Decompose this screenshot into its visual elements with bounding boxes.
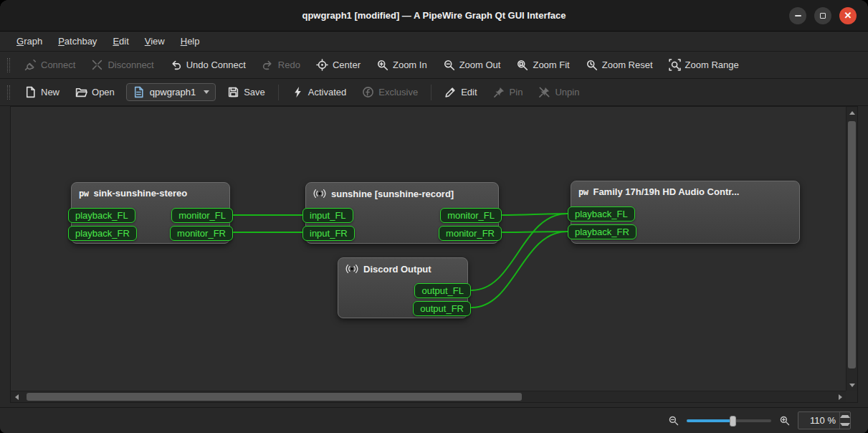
spin-down-icon bbox=[840, 423, 850, 426]
arrow-right-icon bbox=[839, 394, 842, 400]
undo-icon bbox=[170, 59, 182, 71]
zoom-value[interactable]: 110 % bbox=[798, 412, 839, 429]
exclusive-toggle[interactable]: Exclusive bbox=[355, 82, 425, 102]
arrow-down-icon bbox=[849, 384, 855, 387]
window-title: qpwgraph1 [modified] — A PipeWire Graph … bbox=[0, 10, 868, 21]
new-document-icon bbox=[24, 86, 37, 98]
zoom-range-button[interactable]: Zoom Range bbox=[662, 55, 746, 75]
node-title: sink-sunshine-stereo bbox=[93, 188, 187, 199]
node-sink-sunshine-stereo[interactable]: pw sink-sunshine-stereo playback_FL moni… bbox=[71, 182, 230, 244]
node-sunshine[interactable]: sunshine [sunshine-record] input_FL moni… bbox=[305, 182, 499, 244]
undo-connect-button[interactable]: Undo Connect bbox=[163, 55, 253, 75]
pipewire-icon: pw bbox=[578, 187, 588, 197]
toolbar-main: Connect Disconnect Undo Connect Redo bbox=[0, 52, 868, 79]
redo-icon bbox=[262, 59, 274, 71]
vertical-scrollbar[interactable] bbox=[846, 107, 857, 391]
zoom-spinbox[interactable]: 110 % bbox=[798, 411, 851, 429]
port-monitor-fl[interactable]: monitor_FL bbox=[171, 208, 233, 223]
vertical-scroll-thumb[interactable] bbox=[848, 121, 856, 369]
menu-view[interactable]: View bbox=[137, 32, 173, 51]
zoom-in-button[interactable]: Zoom In bbox=[369, 55, 434, 75]
port-output-fl[interactable]: output_FL bbox=[414, 283, 471, 298]
statusbar: 110 % bbox=[0, 407, 868, 433]
window-controls: ✕ bbox=[789, 7, 868, 24]
zoom-slider[interactable] bbox=[687, 415, 771, 427]
app-window: qpwgraph1 [modified] — A PipeWire Graph … bbox=[0, 0, 868, 433]
zoom-spin-up-button[interactable] bbox=[840, 412, 850, 421]
maximize-icon bbox=[820, 13, 826, 19]
scroll-down-button[interactable] bbox=[846, 379, 857, 391]
scroll-up-button[interactable] bbox=[846, 107, 857, 118]
graph-canvas-frame: pw sink-sunshine-stereo playback_FL moni… bbox=[10, 106, 858, 403]
record-stream-icon bbox=[345, 263, 358, 275]
toolbar-separator bbox=[431, 85, 431, 100]
menu-help[interactable]: Help bbox=[173, 32, 208, 51]
zoom-in-icon bbox=[376, 59, 388, 71]
save-button[interactable]: Save bbox=[220, 82, 272, 102]
center-button[interactable]: Center bbox=[309, 55, 368, 75]
port-monitor-fr[interactable]: monitor_FR bbox=[170, 226, 233, 241]
menu-graph[interactable]: Graph bbox=[9, 32, 50, 51]
zoom-out-icon bbox=[443, 59, 455, 71]
zoom-slider-handle[interactable] bbox=[730, 416, 736, 427]
zoom-fit-button[interactable]: Zoom Fit bbox=[509, 55, 576, 75]
connection-wires bbox=[11, 107, 846, 391]
horizontal-scrollbar[interactable] bbox=[11, 391, 846, 402]
scroll-right-button[interactable] bbox=[834, 391, 846, 402]
port-monitor-fl[interactable]: monitor_FL bbox=[440, 208, 502, 223]
open-folder-icon bbox=[75, 86, 87, 98]
disconnect-button[interactable]: Disconnect bbox=[84, 55, 161, 75]
horizontal-scroll-thumb[interactable] bbox=[27, 393, 522, 401]
zoom-fit-icon bbox=[516, 59, 528, 71]
zoom-in-mini-icon[interactable] bbox=[779, 415, 790, 426]
node-title: Discord Output bbox=[363, 264, 431, 275]
scroll-left-button[interactable] bbox=[11, 391, 22, 402]
wire-sunshine-fr-to-family-fr bbox=[502, 232, 567, 232]
maximize-button[interactable] bbox=[814, 7, 831, 24]
menu-patchbay[interactable]: Patchbay bbox=[50, 32, 105, 51]
toolbar-drag-handle[interactable] bbox=[7, 85, 10, 100]
graph-canvas[interactable]: pw sink-sunshine-stereo playback_FL moni… bbox=[11, 107, 846, 391]
zoom-spin-down-button[interactable] bbox=[840, 421, 850, 429]
activated-toggle[interactable]: Activated bbox=[285, 82, 353, 102]
redo-button[interactable]: Redo bbox=[254, 55, 307, 75]
port-playback-fl[interactable]: playback_FL bbox=[68, 208, 135, 223]
connect-button[interactable]: Connect bbox=[17, 55, 82, 75]
close-button[interactable]: ✕ bbox=[839, 7, 857, 24]
open-button[interactable]: Open bbox=[68, 82, 122, 102]
node-title: Family 17h/19h HD Audio Contr... bbox=[593, 186, 739, 197]
scrollbar-corner bbox=[846, 391, 857, 402]
zoom-out-mini-icon[interactable] bbox=[668, 415, 679, 426]
node-family-hd-audio[interactable]: pw Family 17h/19h HD Audio Contr... play… bbox=[571, 181, 800, 244]
toolbar-file: New Open qpwgraph1 Save Act bbox=[0, 79, 868, 106]
wire-sunshine-fl-to-family-fl bbox=[502, 214, 567, 215]
toolbar-drag-handle[interactable] bbox=[7, 58, 10, 72]
port-input-fr[interactable]: input_FR bbox=[302, 226, 355, 241]
edit-button[interactable]: Edit bbox=[437, 82, 484, 102]
record-stream-icon bbox=[313, 188, 326, 199]
minimize-button[interactable] bbox=[789, 7, 806, 24]
port-monitor-fr[interactable]: monitor_FR bbox=[439, 226, 502, 241]
port-playback-fr[interactable]: playback_FR bbox=[68, 226, 137, 241]
unpin-button[interactable]: Unpin bbox=[531, 82, 586, 102]
close-icon: ✕ bbox=[844, 11, 852, 20]
toolbar-separator bbox=[278, 85, 279, 100]
unpin-icon bbox=[538, 86, 550, 98]
port-playback-fr[interactable]: playback_FR bbox=[568, 224, 636, 239]
titlebar[interactable]: qpwgraph1 [modified] — A PipeWire Graph … bbox=[0, 0, 868, 32]
port-input-fl[interactable]: input_FL bbox=[302, 208, 353, 223]
dropdown-arrow-icon bbox=[204, 90, 209, 94]
pin-button[interactable]: Pin bbox=[486, 82, 530, 102]
port-output-fr[interactable]: output_FR bbox=[413, 301, 471, 316]
session-selector[interactable]: qpwgraph1 bbox=[126, 83, 216, 101]
menu-edit[interactable]: Edit bbox=[105, 32, 136, 51]
new-button[interactable]: New bbox=[17, 82, 67, 102]
port-playback-fl[interactable]: playback_FL bbox=[568, 206, 635, 222]
zoom-out-button[interactable]: Zoom Out bbox=[436, 55, 508, 75]
zoom-slider-fill bbox=[687, 419, 733, 422]
arrow-up-icon bbox=[849, 111, 855, 115]
node-discord-output[interactable]: Discord Output output_FL output_FR bbox=[338, 257, 468, 318]
zoom-reset-button[interactable]: Zoom Reset bbox=[578, 55, 660, 75]
edit-pencil-icon bbox=[444, 86, 457, 98]
spin-up-icon bbox=[840, 415, 850, 418]
